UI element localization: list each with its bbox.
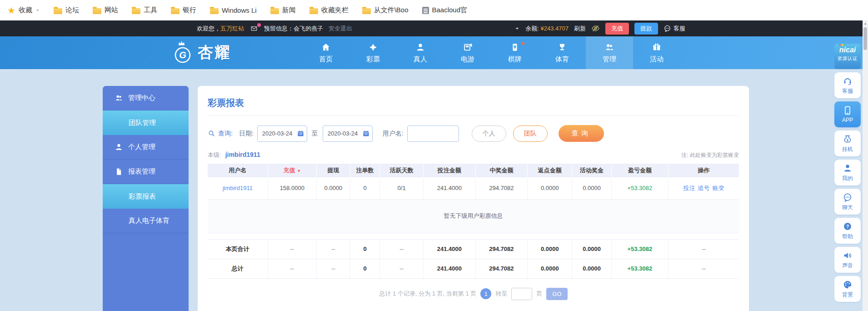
cell-activity-bonus: 0.0000 (572, 177, 612, 199)
scrollbar[interactable]: ▲ (863, 20, 868, 311)
toolbar-item-autoplay[interactable]: 挂机 (834, 130, 861, 156)
toolbar-item-chat[interactable]: 聊天 (834, 189, 861, 215)
goto-page-input[interactable] (511, 288, 532, 300)
personal-filter-button[interactable]: 个人 (472, 125, 506, 142)
scroll-up-arrow-icon[interactable]: ▲ (863, 20, 868, 26)
toolbar-item-mine[interactable]: 我的 (834, 160, 861, 186)
col-recharge-sortable[interactable]: 充值 ▼ (268, 164, 317, 177)
eye-off-icon[interactable] (591, 24, 600, 33)
sidebar-item-personal-management[interactable]: 个人管理 (103, 135, 189, 160)
nav-item-egames[interactable]: 电游 (444, 36, 491, 69)
calendar-icon[interactable] (297, 130, 304, 137)
cell-profit: +53.3082 (611, 177, 668, 199)
sort-desc-icon: ▼ (297, 169, 301, 173)
hot-flame-icon (519, 40, 527, 47)
recharge-button[interactable]: 充值 (605, 23, 629, 35)
bookmark-folder[interactable]: 从文件\Boo (362, 6, 409, 15)
level-username-link[interactable]: jimbird1911 (225, 151, 260, 158)
bookmark-folder[interactable]: Windows Li (210, 6, 257, 14)
toolbar-item-app[interactable]: APP (834, 101, 861, 127)
cell-rebate-amount: 0.0000 (528, 177, 572, 199)
palette-icon (843, 280, 853, 290)
query-label: 查询: (218, 130, 233, 138)
bookmark-folder[interactable]: 收藏夹栏 (309, 6, 349, 15)
col-activity-bonus: 活动奖金 (572, 164, 612, 177)
brand-logo[interactable]: G 杏耀 (172, 40, 231, 65)
folder-icon (309, 8, 318, 14)
gift-icon (652, 42, 662, 52)
go-button[interactable]: GO (546, 288, 567, 300)
bets-link[interactable]: 投注 (683, 185, 695, 191)
cell-actions: 投注追号账变 (668, 177, 739, 199)
favorites-menu[interactable]: ★ 收藏 (7, 6, 40, 15)
folder-icon (270, 8, 279, 14)
toolbar-item-help[interactable]: 帮助 (834, 218, 861, 244)
phone-icon (843, 105, 853, 115)
page-total-row: 本页合计 -- -- 0 -- 241.4000 294.7082 0.0000… (208, 239, 739, 259)
toolbar-item-service[interactable]: 客服 (834, 72, 861, 98)
certification-badge[interactable]: nicai 奖源认证 (834, 44, 861, 69)
welcome-text: 欢迎您，五万红钻 (197, 25, 244, 33)
headset-icon (843, 76, 853, 86)
nav-item-sports[interactable]: 体育 (539, 36, 586, 69)
sidebar-item-admin-center[interactable]: 管理中心 (103, 86, 189, 110)
nav-item-home[interactable]: 首页 (302, 36, 349, 69)
chase-link[interactable]: 追号 (698, 185, 709, 191)
customer-service-link[interactable]: 客服 (663, 25, 685, 33)
folder-icon (93, 8, 101, 14)
withdraw-button[interactable]: 提款 (634, 23, 658, 35)
sparkle-icon (839, 44, 846, 46)
toolbar-item-background[interactable]: 背景 (834, 276, 861, 302)
current-page-button[interactable]: 1 (480, 288, 491, 299)
col-withdraw: 提现 (317, 164, 350, 177)
page-title: 彩票报表 (208, 97, 739, 116)
users-icon (604, 42, 614, 52)
calendar-icon[interactable] (362, 130, 370, 137)
nav-item-boardgames[interactable]: 棋牌 (491, 36, 539, 69)
bookmark-folder[interactable]: 银行 (171, 6, 196, 15)
nav-item-promotions[interactable]: 活动 (633, 36, 680, 69)
bookmark-folder[interactable]: 新闻 (270, 6, 296, 15)
sidebar-item-team-management[interactable]: 团队管理 (103, 110, 189, 135)
bookmark-folder[interactable]: 工具 (132, 6, 157, 15)
logout-link[interactable]: 安全退出 (329, 25, 352, 33)
folder-icon (54, 8, 62, 14)
to-label: 至 (312, 130, 318, 138)
cell-active-days: 0/1 (380, 177, 424, 199)
team-filter-button[interactable]: 团队 (513, 125, 548, 142)
mahjong-tile-icon (510, 42, 520, 52)
level-row: 本级: jimbird1911 注: 此处账变为彩票账变 (208, 151, 739, 159)
sidebar-item-lottery-report[interactable]: 彩票报表 (103, 184, 189, 209)
reserved-info: 预留信息：会飞的燕子 (264, 25, 323, 33)
col-rebate-amount: 返点金额 (528, 164, 572, 177)
toolbar-item-sound[interactable]: 声音 (834, 247, 861, 273)
folder-icon (362, 8, 371, 14)
brand-name: 杏耀 (198, 42, 231, 63)
username-input[interactable] (407, 125, 459, 142)
nav-item-lottery[interactable]: 彩票 (349, 36, 397, 69)
moneybag-icon (843, 134, 853, 144)
search-button[interactable]: 查询 (559, 125, 604, 142)
col-win-amount: 中奖金额 (475, 164, 528, 177)
username-link[interactable]: jimbird1911 (223, 185, 253, 191)
bookmark-folder[interactable]: 论坛 (54, 6, 79, 15)
nav-item-admin[interactable]: 管理 (586, 36, 633, 69)
mail-button[interactable] (249, 25, 259, 32)
cell-username: jimbird1911 (208, 177, 268, 199)
chevron-down-icon[interactable] (514, 26, 520, 31)
col-bet-amount: 投注金额 (424, 164, 476, 177)
scrollbar-thumb[interactable] (863, 27, 867, 50)
sidebar-item-report-management[interactable]: 报表管理 (103, 160, 189, 184)
search-form: 查询: 日期: 至 用户名: 个人 团队 查询 (208, 125, 739, 142)
bookmark-page[interactable]: Baacloud官 (422, 6, 468, 15)
refresh-link[interactable]: 刷新 (574, 25, 586, 33)
bookmark-folder[interactable]: 网站 (93, 6, 118, 15)
home-icon (321, 42, 331, 52)
cell-bet-amount: 241.4000 (424, 177, 476, 199)
account-change-link[interactable]: 账变 (712, 185, 724, 191)
level-label: 本级: (208, 151, 221, 159)
sidebar-item-live-esports[interactable]: 真人电子体育 (103, 209, 189, 233)
nav-item-live[interactable]: 真人 (397, 36, 444, 69)
main-navbar: G 杏耀 首页 彩票 真人 电游 (0, 36, 868, 69)
pagination-summary: 总计 1 个记录, 分为 1 页, 当前第 1 页 (379, 290, 476, 298)
